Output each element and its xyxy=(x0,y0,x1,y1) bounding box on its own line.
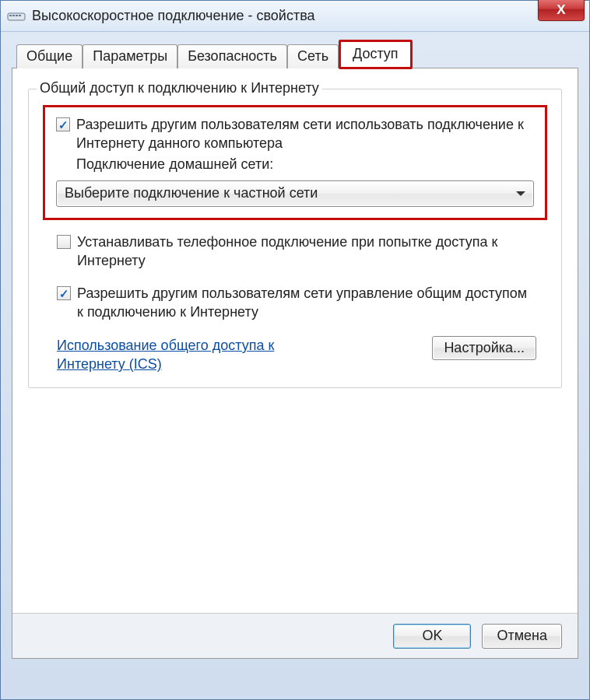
combobox-selected-text: Выберите подключение к частной сети xyxy=(65,185,516,201)
dial-on-demand-label: Устанавливать телефонное подключение при… xyxy=(77,233,536,271)
ics-groupbox: Общий доступ к подключению к Интернету Р… xyxy=(28,89,562,388)
groupbox-title: Общий доступ к подключению к Интернету xyxy=(37,80,322,96)
dial-on-demand-checkbox[interactable] xyxy=(57,235,71,249)
link-row: Использование общего доступа к Интернету… xyxy=(43,336,547,374)
properties-dialog: Высокоскоростное подключение - свойства … xyxy=(0,0,590,700)
allow-control-row: Разрешить другим пользователям сети упра… xyxy=(43,284,547,322)
svg-rect-1 xyxy=(9,15,12,16)
svg-rect-4 xyxy=(19,15,21,16)
ics-help-link[interactable]: Использование общего доступа к Интернету… xyxy=(57,336,337,374)
svg-rect-3 xyxy=(16,15,18,16)
close-icon: X xyxy=(557,2,565,18)
allow-share-label: Разрешить другим пользователям сети испо… xyxy=(76,115,534,153)
chevron-down-icon xyxy=(516,191,525,196)
tab-strip: Общие Параметры Безопасность Сеть Доступ xyxy=(12,40,578,68)
tab-panel-sharing: Общий доступ к подключению к Интернету Р… xyxy=(12,68,578,659)
svg-rect-0 xyxy=(8,13,25,20)
dial-on-demand-row: Устанавливать телефонное подключение при… xyxy=(43,233,547,271)
allow-share-checkbox[interactable] xyxy=(56,117,70,131)
window-title: Высокоскоростное подключение - свойства xyxy=(32,8,315,24)
tab-sharing[interactable]: Доступ xyxy=(339,40,413,69)
allow-control-label: Разрешить другим пользователям сети упра… xyxy=(77,284,536,322)
ok-button[interactable]: OK xyxy=(393,624,471,649)
tab-network[interactable]: Сеть xyxy=(287,44,339,68)
modem-icon xyxy=(7,9,26,23)
allow-share-row: Разрешить другим пользователям сети испо… xyxy=(56,115,534,173)
close-button[interactable]: X xyxy=(538,0,585,21)
svg-rect-2 xyxy=(12,15,15,16)
home-network-combobox[interactable]: Выберите подключение к частной сети xyxy=(56,180,534,207)
allow-control-checkbox[interactable] xyxy=(57,286,71,300)
allow-share-highlight: Разрешить другим пользователям сети испо… xyxy=(43,105,547,220)
settings-button[interactable]: Настройка... xyxy=(432,336,536,360)
tab-parameters[interactable]: Параметры xyxy=(83,44,177,68)
content-area: Общие Параметры Безопасность Сеть Доступ… xyxy=(1,32,589,667)
tab-general[interactable]: Общие xyxy=(16,44,83,68)
home-network-label: Подключение домашней сети: xyxy=(76,156,534,173)
tab-security[interactable]: Безопасность xyxy=(177,44,287,68)
titlebar: Высокоскоростное подключение - свойства … xyxy=(1,1,589,32)
cancel-button[interactable]: Отмена xyxy=(482,624,562,649)
dialog-footer: OK Отмена xyxy=(12,613,578,658)
allow-share-textblock: Разрешить другим пользователям сети испо… xyxy=(76,115,534,173)
